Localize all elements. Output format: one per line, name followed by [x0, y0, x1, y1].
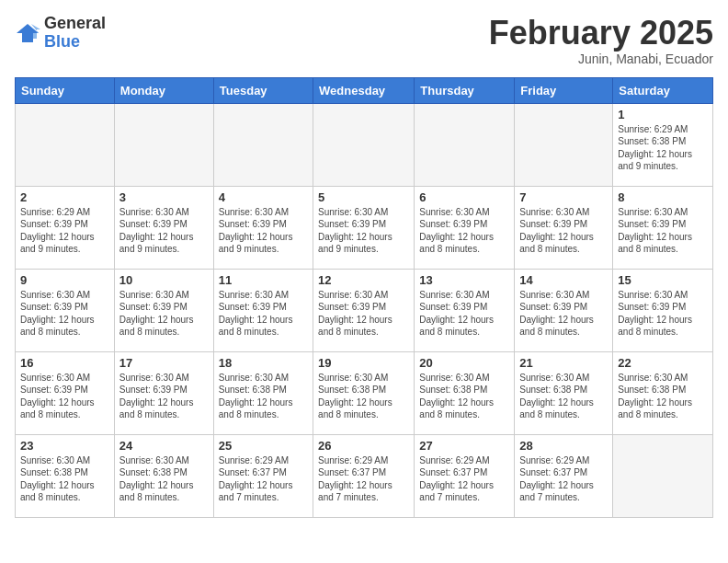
weekday-header-sunday: Sunday: [16, 77, 115, 103]
day-number: 9: [20, 273, 109, 287]
page-header: General Blue February 2025 Junin, Manabi…: [15, 15, 713, 66]
day-number: 16: [20, 356, 109, 370]
day-cell: 19Sunrise: 6:30 AM Sunset: 6:38 PM Dayli…: [313, 351, 415, 434]
day-info: Sunrise: 6:30 AM Sunset: 6:38 PM Dayligh…: [618, 372, 708, 421]
day-cell: 18Sunrise: 6:30 AM Sunset: 6:38 PM Dayli…: [213, 351, 313, 434]
day-cell: [613, 434, 713, 517]
day-cell: 22Sunrise: 6:30 AM Sunset: 6:38 PM Dayli…: [613, 351, 713, 434]
day-cell: 11Sunrise: 6:30 AM Sunset: 6:39 PM Dayli…: [213, 269, 313, 351]
title-block: February 2025 Junin, Manabi, Ecuador: [489, 15, 713, 66]
day-cell: [213, 103, 313, 186]
day-cell: 26Sunrise: 6:29 AM Sunset: 6:37 PM Dayli…: [313, 434, 415, 517]
day-info: Sunrise: 6:30 AM Sunset: 6:38 PM Dayligh…: [20, 454, 109, 504]
day-info: Sunrise: 6:30 AM Sunset: 6:39 PM Dayligh…: [618, 206, 708, 256]
day-info: Sunrise: 6:30 AM Sunset: 6:39 PM Dayligh…: [119, 372, 209, 421]
day-cell: 8Sunrise: 6:30 AM Sunset: 6:39 PM Daylig…: [613, 186, 713, 269]
day-cell: 2Sunrise: 6:29 AM Sunset: 6:39 PM Daylig…: [16, 186, 115, 269]
day-cell: 27Sunrise: 6:29 AM Sunset: 6:37 PM Dayli…: [415, 434, 515, 517]
day-info: Sunrise: 6:29 AM Sunset: 6:37 PM Dayligh…: [419, 454, 509, 504]
day-info: Sunrise: 6:29 AM Sunset: 6:37 PM Dayligh…: [519, 454, 608, 504]
logo-blue-text: Blue: [44, 33, 106, 52]
location-subtitle: Junin, Manabi, Ecuador: [489, 52, 713, 66]
day-cell: 25Sunrise: 6:29 AM Sunset: 6:37 PM Dayli…: [213, 434, 313, 517]
logo-icon: [15, 20, 40, 46]
day-info: Sunrise: 6:30 AM Sunset: 6:39 PM Dayligh…: [20, 372, 109, 421]
day-number: 7: [519, 190, 608, 204]
day-number: 11: [219, 273, 308, 287]
day-number: 18: [219, 356, 308, 370]
day-info: Sunrise: 6:30 AM Sunset: 6:38 PM Dayligh…: [119, 454, 209, 504]
day-info: Sunrise: 6:30 AM Sunset: 6:39 PM Dayligh…: [20, 289, 109, 339]
day-number: 27: [419, 439, 509, 453]
month-title: February 2025: [489, 15, 713, 52]
day-cell: [313, 103, 415, 186]
logo-text: General Blue: [44, 15, 106, 52]
week-row-3: 9Sunrise: 6:30 AM Sunset: 6:39 PM Daylig…: [16, 269, 713, 351]
day-number: 28: [519, 439, 608, 453]
day-cell: 23Sunrise: 6:30 AM Sunset: 6:38 PM Dayli…: [16, 434, 115, 517]
logo-general-text: General: [44, 15, 106, 33]
day-cell: 1Sunrise: 6:29 AM Sunset: 6:38 PM Daylig…: [613, 103, 713, 186]
day-cell: 17Sunrise: 6:30 AM Sunset: 6:39 PM Dayli…: [114, 351, 213, 434]
day-info: Sunrise: 6:29 AM Sunset: 6:37 PM Dayligh…: [219, 454, 308, 504]
day-cell: 21Sunrise: 6:30 AM Sunset: 6:38 PM Dayli…: [515, 351, 613, 434]
day-cell: 10Sunrise: 6:30 AM Sunset: 6:39 PM Dayli…: [114, 269, 213, 351]
weekday-header-tuesday: Tuesday: [213, 77, 313, 103]
day-cell: 14Sunrise: 6:30 AM Sunset: 6:39 PM Dayli…: [515, 269, 613, 351]
day-info: Sunrise: 6:30 AM Sunset: 6:39 PM Dayligh…: [318, 289, 409, 339]
day-cell: [515, 103, 613, 186]
day-number: 10: [119, 273, 209, 287]
week-row-2: 2Sunrise: 6:29 AM Sunset: 6:39 PM Daylig…: [16, 186, 713, 269]
day-number: 19: [318, 356, 409, 370]
day-number: 5: [318, 190, 409, 204]
logo: General Blue: [15, 15, 106, 52]
weekday-header-thursday: Thursday: [415, 77, 515, 103]
day-cell: 5Sunrise: 6:30 AM Sunset: 6:39 PM Daylig…: [313, 186, 415, 269]
day-info: Sunrise: 6:30 AM Sunset: 6:39 PM Dayligh…: [419, 206, 509, 256]
week-row-1: 1Sunrise: 6:29 AM Sunset: 6:38 PM Daylig…: [16, 103, 713, 186]
day-info: Sunrise: 6:30 AM Sunset: 6:38 PM Dayligh…: [318, 372, 409, 421]
day-cell: 6Sunrise: 6:30 AM Sunset: 6:39 PM Daylig…: [415, 186, 515, 269]
day-info: Sunrise: 6:30 AM Sunset: 6:39 PM Dayligh…: [419, 289, 509, 339]
day-cell: 7Sunrise: 6:30 AM Sunset: 6:39 PM Daylig…: [515, 186, 613, 269]
day-cell: 4Sunrise: 6:30 AM Sunset: 6:39 PM Daylig…: [213, 186, 313, 269]
day-cell: 9Sunrise: 6:30 AM Sunset: 6:39 PM Daylig…: [16, 269, 115, 351]
day-number: 23: [20, 439, 109, 453]
day-cell: 13Sunrise: 6:30 AM Sunset: 6:39 PM Dayli…: [415, 269, 515, 351]
day-number: 17: [119, 356, 209, 370]
day-number: 20: [419, 356, 509, 370]
day-info: Sunrise: 6:29 AM Sunset: 6:38 PM Dayligh…: [618, 123, 708, 173]
day-cell: 16Sunrise: 6:30 AM Sunset: 6:39 PM Dayli…: [16, 351, 115, 434]
day-info: Sunrise: 6:30 AM Sunset: 6:38 PM Dayligh…: [519, 372, 608, 421]
day-number: 6: [419, 190, 509, 204]
calendar-table: SundayMondayTuesdayWednesdayThursdayFrid…: [15, 77, 713, 518]
day-cell: [114, 103, 213, 186]
day-info: Sunrise: 6:30 AM Sunset: 6:38 PM Dayligh…: [419, 372, 509, 421]
weekday-header-row: SundayMondayTuesdayWednesdayThursdayFrid…: [16, 77, 713, 103]
day-info: Sunrise: 6:30 AM Sunset: 6:39 PM Dayligh…: [618, 289, 708, 339]
day-cell: 20Sunrise: 6:30 AM Sunset: 6:38 PM Dayli…: [415, 351, 515, 434]
weekday-header-wednesday: Wednesday: [313, 77, 415, 103]
day-cell: 28Sunrise: 6:29 AM Sunset: 6:37 PM Dayli…: [515, 434, 613, 517]
day-number: 13: [419, 273, 509, 287]
day-cell: 15Sunrise: 6:30 AM Sunset: 6:39 PM Dayli…: [613, 269, 713, 351]
weekday-header-friday: Friday: [515, 77, 613, 103]
day-number: 24: [119, 439, 209, 453]
day-info: Sunrise: 6:29 AM Sunset: 6:37 PM Dayligh…: [318, 454, 409, 504]
week-row-4: 16Sunrise: 6:30 AM Sunset: 6:39 PM Dayli…: [16, 351, 713, 434]
day-cell: 3Sunrise: 6:30 AM Sunset: 6:39 PM Daylig…: [114, 186, 213, 269]
day-number: 21: [519, 356, 608, 370]
day-number: 2: [20, 190, 109, 204]
day-number: 1: [618, 108, 708, 121]
weekday-header-monday: Monday: [114, 77, 213, 103]
day-number: 8: [618, 190, 708, 204]
day-cell: [415, 103, 515, 186]
day-cell: 24Sunrise: 6:30 AM Sunset: 6:38 PM Dayli…: [114, 434, 213, 517]
weekday-header-saturday: Saturday: [613, 77, 713, 103]
day-info: Sunrise: 6:30 AM Sunset: 6:38 PM Dayligh…: [219, 372, 308, 421]
day-info: Sunrise: 6:30 AM Sunset: 6:39 PM Dayligh…: [119, 206, 209, 256]
day-cell: 12Sunrise: 6:30 AM Sunset: 6:39 PM Dayli…: [313, 269, 415, 351]
day-info: Sunrise: 6:30 AM Sunset: 6:39 PM Dayligh…: [318, 206, 409, 256]
day-number: 14: [519, 273, 608, 287]
day-info: Sunrise: 6:30 AM Sunset: 6:39 PM Dayligh…: [519, 289, 608, 339]
